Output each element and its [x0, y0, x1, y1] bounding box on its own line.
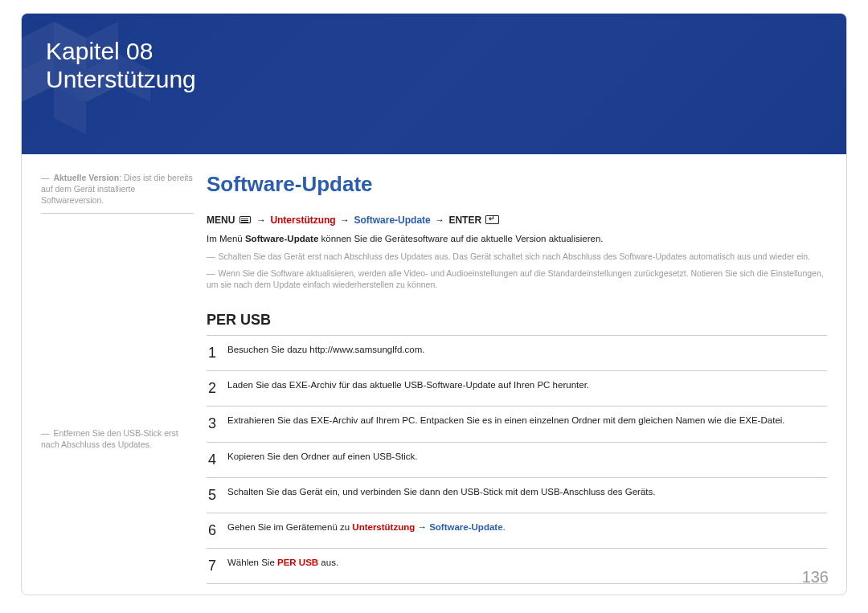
page-number: 136	[802, 568, 829, 586]
footnote-text: Wenn Sie die Software aktualisieren, wer…	[207, 268, 824, 290]
footnote-1: ―Schalten Sie das Gerät erst nach Abschl…	[207, 251, 827, 263]
intro-prefix: Im Menü	[207, 234, 245, 243]
main-column: Software-Update MENU → Unterstützung → S…	[194, 172, 827, 584]
step-row: 7Wählen Sie PER USB aus.	[207, 549, 827, 584]
step-row: 1Besuchen Sie dazu http://www.samsunglfd…	[207, 336, 827, 371]
step-number: 7	[207, 549, 227, 584]
sidebar-note-1: ― Aktuelle Version: Dies ist die bereits…	[41, 172, 194, 214]
steps-table: 1Besuchen Sie dazu http://www.samsunglfd…	[207, 335, 827, 584]
path-software-update: Software-Update	[354, 215, 430, 226]
sidebar-note-2: ― Entfernen Sie den USB-Stick erst nach …	[41, 421, 194, 450]
step-number: 1	[207, 336, 227, 371]
step-text: Gehen Sie im Gerätemenü zu Unterstützung…	[227, 513, 827, 549]
path-support: Unterstützung	[270, 215, 335, 226]
dash-icon: ―	[207, 251, 215, 261]
step-row: 2Laden Sie das EXE-Archiv für das aktuel…	[207, 371, 827, 407]
chapter-banner: Kapitel 08 Unterstützung	[22, 14, 846, 154]
step-row: 4Kopieren Sie den Ordner auf einen USB-S…	[207, 442, 827, 477]
chapter-number: Kapitel 08	[46, 38, 153, 64]
note-label: Aktuelle Version	[53, 173, 119, 182]
step-text: Besuchen Sie dazu http://www.samsunglfd.…	[227, 336, 827, 371]
manual-page: Kapitel 08 Unterstützung ― Aktuelle Vers…	[21, 13, 847, 595]
step-text: Kopieren Sie den Ordner auf einen USB-St…	[227, 442, 827, 477]
menu-path: MENU → Unterstützung → Software-Update →…	[207, 215, 827, 226]
arrow-icon: →	[435, 215, 444, 226]
step-row: 3Extrahieren Sie das EXE-Archiv auf Ihre…	[207, 407, 827, 442]
content-area: ― Aktuelle Version: Dies ist die bereits…	[22, 154, 846, 584]
section-title: Software-Update	[207, 172, 827, 197]
enter-label: ENTER	[448, 215, 481, 226]
chapter-heading: Kapitel 08 Unterstützung	[46, 38, 846, 93]
step-number: 2	[207, 371, 227, 407]
step-text: Laden Sie das EXE-Archiv für das aktuell…	[227, 371, 827, 407]
intro-text: Im Menü Software-Update können Sie die G…	[207, 232, 827, 246]
menu-icon	[240, 216, 251, 223]
note-dash: ―	[41, 173, 49, 182]
intro-bold: Software-Update	[245, 234, 318, 243]
step-number: 5	[207, 477, 227, 513]
step-number: 4	[207, 442, 227, 477]
step-row: 5Schalten Sie das Gerät ein, und verbind…	[207, 477, 827, 513]
dash-icon: ―	[207, 268, 215, 278]
note-dash: ―	[41, 428, 49, 438]
chapter-title: Unterstützung	[46, 66, 196, 92]
step-number: 3	[207, 407, 227, 442]
step-row: 6Gehen Sie im Gerätemenü zu Unterstützun…	[207, 513, 827, 549]
step-number: 6	[207, 513, 227, 549]
footnote-2: ―Wenn Sie die Software aktualisieren, we…	[207, 268, 827, 291]
arrow-icon: →	[256, 215, 266, 226]
sub-section-title: PER USB	[207, 312, 827, 329]
note-text: Entfernen Sie den USB-Stick erst nach Ab…	[41, 428, 178, 449]
step-text: Schalten Sie das Gerät ein, und verbinde…	[227, 477, 827, 513]
step-text: Extrahieren Sie das EXE-Archiv auf Ihrem…	[227, 407, 827, 442]
footnote-text: Schalten Sie das Gerät erst nach Abschlu…	[219, 251, 811, 261]
step-text: Wählen Sie PER USB aus.	[227, 549, 827, 584]
enter-icon	[485, 215, 499, 224]
intro-suffix: können Sie die Gerätesoftware auf die ak…	[318, 234, 603, 243]
menu-label: MENU	[207, 215, 235, 226]
arrow-icon: →	[340, 215, 350, 226]
sidebar-notes: ― Aktuelle Version: Dies ist die bereits…	[41, 172, 194, 584]
